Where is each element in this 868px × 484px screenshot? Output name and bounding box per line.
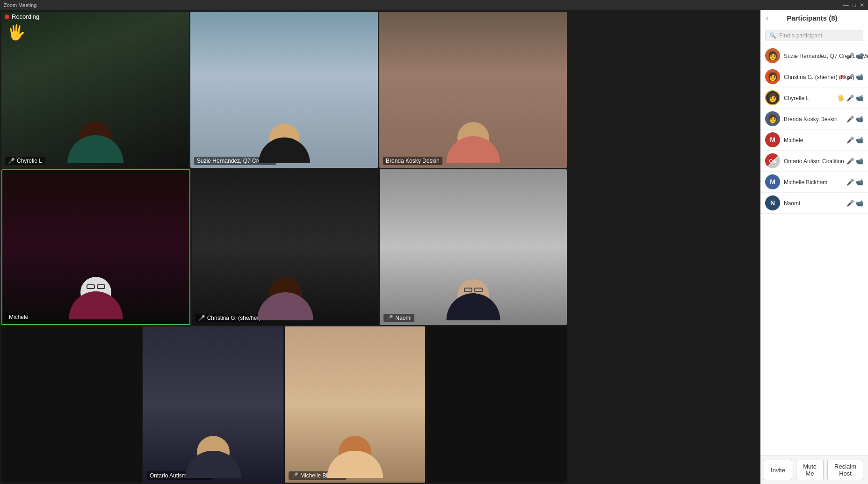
video-cell-suzie: Suzie Hernandez, Q7 Creative (190, 12, 378, 168)
participant-item-chyrelle[interactable]: 👩 Chyrelle L 🖐 🎤 📹 (760, 87, 868, 108)
chyrelle-video-icon: 📹 (856, 94, 863, 101)
naomi-display-name: Naomi (784, 200, 800, 207)
oac-mic-icon: 🎤 (846, 158, 854, 165)
oac-logo-text: OA (769, 159, 776, 164)
sidebar-header: ‹ Participants (8) (760, 10, 868, 26)
maximize-button[interactable]: □ (853, 2, 856, 8)
video-grid: 🎤 Chyrelle L Suzie Hernandez, Q7 Creativ… (0, 10, 568, 484)
brenda-avatar: 👩 (765, 111, 780, 126)
oac-video-icon: 📹 (856, 158, 863, 165)
naomi-video-icon: 📹 (856, 200, 863, 207)
video-cell-christina: 🎤 Christina G. (she/her) (192, 169, 379, 325)
chyrelle-name-text: Chyrelle L (17, 158, 42, 164)
search-box[interactable]: 🔍 Find a participant (765, 30, 863, 41)
video-cell-naomi: 🎤 Naomi (380, 169, 567, 325)
oac-controls: 🎤 📹 (846, 158, 863, 165)
video-cell-chyrelle: 🎤 Chyrelle L (1, 12, 189, 168)
christina-stop-icon: ⊗ (839, 73, 845, 80)
christina-info: Christina G. (she/her) (Host) (784, 72, 836, 81)
video-cell-michele: Michele (1, 169, 190, 325)
title-bar-controls: — □ ✕ (843, 2, 864, 8)
participants-panel: ‹ Participants (8) 🔍 Find a participant … (760, 10, 868, 484)
michelle-b-video-icon: 📹 (856, 179, 863, 186)
michelle-b-avatar: M (765, 174, 780, 189)
chyrelle-mic-icon: 🎤 (846, 94, 854, 101)
chyrelle-controls: 🖐 🎤 📹 (837, 94, 863, 101)
reclaim-host-button[interactable]: Reclaim Host (827, 460, 863, 480)
participant-item-naomi[interactable]: N Naomi 🎤 📹 (760, 193, 868, 214)
participant-item-michele[interactable]: M Michele 🎤 📹 (760, 130, 868, 151)
search-area: 🔍 Find a participant (760, 26, 868, 45)
oac-avatar: OA (765, 153, 780, 168)
video-row-3: Ontario Autism Coalition 🎤 Michelle Bick… (1, 326, 567, 483)
invite-button[interactable]: Invite (764, 460, 792, 480)
close-button[interactable]: ✕ (860, 2, 864, 8)
chyrelle-display-name: Chyrelle L (784, 95, 809, 101)
oac-logo: OA (765, 153, 780, 168)
christina-mic-icon: 🎤 (846, 73, 854, 80)
video-cell-brenda: Brenda Kosky Deskin (379, 12, 567, 168)
participants-title-text: Participants (787, 14, 827, 22)
chyrelle-label: 🎤 Chyrelle L (5, 157, 45, 165)
naomi-name-text: Naomi (395, 315, 412, 321)
michele-name-text: Michele (9, 314, 28, 320)
recording-label: Recording (12, 13, 39, 20)
brenda-name-text: Brenda Kosky Deskin (386, 158, 440, 164)
christina-label: 🎤 Christina G. (she/her) (195, 314, 264, 322)
minimize-button[interactable]: — (843, 2, 849, 8)
video-cell-oac: Ontario Autism Coalition (143, 326, 283, 483)
participant-item-oac[interactable]: OA Ontario Autism Coalition 🎤 📹 (760, 151, 868, 172)
christina-avatar-img: 👩 (767, 72, 778, 82)
participant-item-christina[interactable]: 👩 Christina G. (she/her) (Host) ⊗ 🎤 📹 (760, 66, 868, 87)
christina-name-text: Christina G. (she/her) (207, 315, 261, 321)
recording-badge: Recording (5, 13, 39, 20)
video-cell-empty-left (1, 326, 142, 483)
michelle-b-mic-icon: 🎤 (846, 179, 854, 186)
naomi-avatar: N (765, 195, 780, 210)
naomi-mic-icon: 🎤 (846, 200, 854, 207)
recording-dot (5, 14, 9, 19)
mute-me-button[interactable]: Mute Me (796, 460, 824, 480)
title-bar: Zoom Meeting — □ ✕ (0, 0, 868, 10)
michele-video-icon: 📹 (856, 137, 863, 144)
christina-mic-icon: 🎤 (198, 315, 205, 321)
michelle-b-display-name: Michelle Bickham (784, 179, 827, 186)
michele-label: Michele (6, 313, 31, 321)
collapse-chevron-icon[interactable]: ‹ (766, 14, 768, 22)
video-cell-michelle-b: 🎤 Michelle Bickham (285, 326, 425, 483)
michele-controls: 🎤 📹 (846, 137, 863, 144)
christina-video-icon: 📹 (856, 73, 863, 80)
naomi-mic-icon: 🎤 (386, 315, 393, 321)
participant-item-suzie[interactable]: 👩 Suzie Hernandez, Q7 Creati... (Me) 🎤 📹 (760, 45, 868, 66)
michele-info: Michele (784, 136, 843, 144)
video-area: 🎤 Chyrelle L Suzie Hernandez, Q7 Creativ… (0, 10, 568, 484)
search-placeholder[interactable]: Find a participant (779, 32, 859, 39)
oac-display-name: Ontario Autism Coalition (784, 158, 844, 165)
michelle-b-info: Michelle Bickham (784, 178, 843, 186)
chyrelle-avatar: 👩 (765, 90, 780, 105)
brenda-mic-icon: 🎤 (846, 116, 854, 123)
brenda-display-name: Brenda Kosky Deskin (784, 116, 838, 123)
chyrelle-mic-icon: 🎤 (8, 158, 15, 164)
brenda-info: Brenda Kosky Deskin (784, 115, 843, 123)
sidebar-footer: Invite Mute Me Reclaim Host (760, 455, 868, 484)
suzie-info: Suzie Hernandez, Q7 Creati... (Me) (784, 51, 843, 60)
naomi-controls: 🎤 📹 (846, 200, 863, 207)
naomi-info: Naomi (784, 199, 843, 207)
brenda-label: Brenda Kosky Deskin (383, 157, 442, 165)
christina-controls: ⊗ 🎤 📹 (839, 73, 863, 80)
christina-avatar: 👩 (765, 69, 780, 84)
michele-glasses (87, 284, 105, 289)
video-row-1: 🎤 Chyrelle L Suzie Hernandez, Q7 Creativ… (1, 12, 567, 168)
michelle-b-controls: 🎤 📹 (846, 179, 863, 186)
michele-avatar: M (765, 132, 780, 147)
suzie-avatar: 👩 (765, 48, 780, 63)
suzie-video-icon: 📹 (856, 52, 863, 59)
chyrelle-hand-icon: 🖐 (837, 94, 845, 101)
participant-item-brenda[interactable]: 👩 Brenda Kosky Deskin 🎤 📹 (760, 108, 868, 130)
video-row-2: Michele 🎤 Christina G. (she/her) (1, 169, 567, 325)
participants-count: (8) (829, 14, 837, 22)
participant-item-michelle-b[interactable]: M Michelle Bickham 🎤 📹 (760, 172, 868, 193)
participant-list: 👩 Suzie Hernandez, Q7 Creati... (Me) 🎤 📹… (760, 45, 868, 455)
michele-display-name: Michele (784, 137, 803, 144)
